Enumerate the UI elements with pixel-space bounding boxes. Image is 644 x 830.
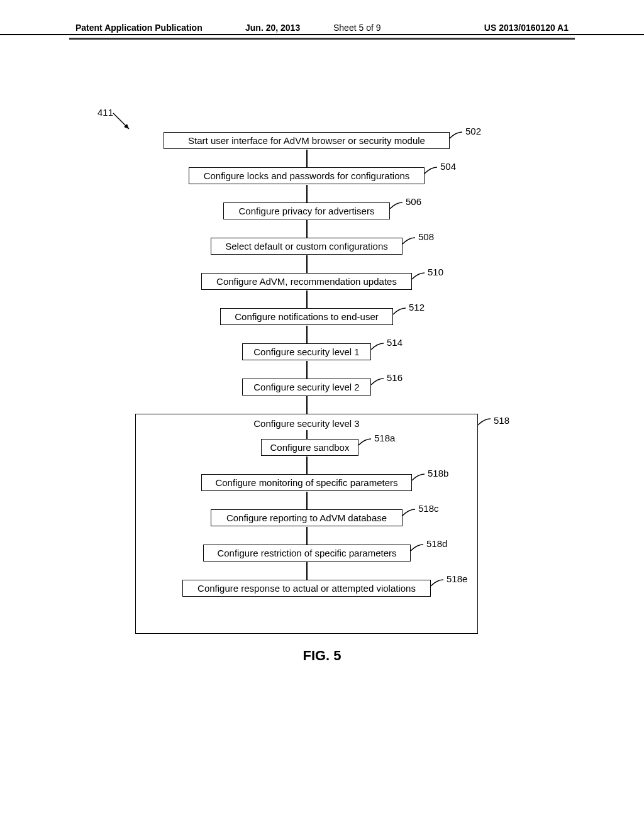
conn-510-512	[306, 290, 308, 308]
ref-518: 518	[494, 415, 509, 426]
ref-518d: 518d	[426, 538, 447, 549]
conn-516-518	[306, 396, 308, 414]
step-516: Configure security level 2	[242, 379, 371, 396]
conn-518-a	[306, 430, 308, 439]
header-pubno: US 2013/0160120 A1	[484, 23, 569, 33]
conn-b-c	[306, 492, 308, 509]
step-518c: Configure reporting to AdVM database	[211, 509, 402, 526]
step-510: Configure AdVM, recommendation updates	[201, 273, 412, 290]
conn-c-d	[306, 527, 308, 545]
step-518a: Configure sandbox	[261, 439, 358, 456]
header-sheet: Sheet 5 of 9	[333, 23, 381, 33]
header-rule	[69, 38, 575, 40]
header-date: Jun. 20, 2013	[245, 23, 300, 33]
ref-510: 510	[428, 267, 443, 277]
ref-506: 506	[406, 196, 421, 207]
ref-518a: 518a	[374, 433, 395, 443]
step-506: Configure privacy for advertisers	[223, 202, 390, 219]
step-518d: Configure restriction of specific parame…	[203, 545, 411, 562]
step-518e: Configure response to actual or attempte…	[182, 580, 431, 597]
page-header: Patent Application Publication Jun. 20, …	[0, 23, 644, 35]
conn-512-514	[306, 326, 308, 343]
ref-514: 514	[387, 337, 402, 348]
patent-figure-page: Patent Application Publication Jun. 20, …	[0, 0, 644, 830]
conn-a-b	[306, 456, 308, 474]
conn-508-510	[306, 255, 308, 273]
ref-502: 502	[465, 126, 481, 136]
ref-411: 411	[97, 107, 113, 118]
ref-508: 508	[418, 231, 434, 242]
conn-506-508	[306, 220, 308, 238]
figure-caption: FIG. 5	[0, 648, 644, 664]
step-518b: Configure monitoring of specific paramet…	[201, 474, 412, 491]
arrow-411	[113, 113, 138, 140]
ref-518c: 518c	[418, 503, 439, 514]
step-518-title: Configure security level 3	[136, 418, 477, 429]
conn-514-516	[306, 361, 308, 379]
conn-504-506	[306, 185, 308, 202]
step-508: Select default or custom configurations	[211, 238, 402, 255]
step-504: Configure locks and passwords for config…	[189, 167, 425, 184]
conn-502-504	[306, 150, 308, 167]
ref-518e: 518e	[447, 573, 467, 584]
ref-512: 512	[409, 302, 425, 313]
step-502: Start user interface for AdVM browser or…	[164, 132, 450, 149]
step-512: Configure notifications to end-user	[220, 308, 393, 325]
ref-518b: 518b	[428, 468, 448, 479]
ref-516: 516	[387, 372, 402, 383]
step-514: Configure security level 1	[242, 343, 371, 360]
header-publication: Patent Application Publication	[75, 23, 203, 33]
conn-d-e	[306, 562, 308, 580]
ref-504: 504	[440, 161, 456, 172]
